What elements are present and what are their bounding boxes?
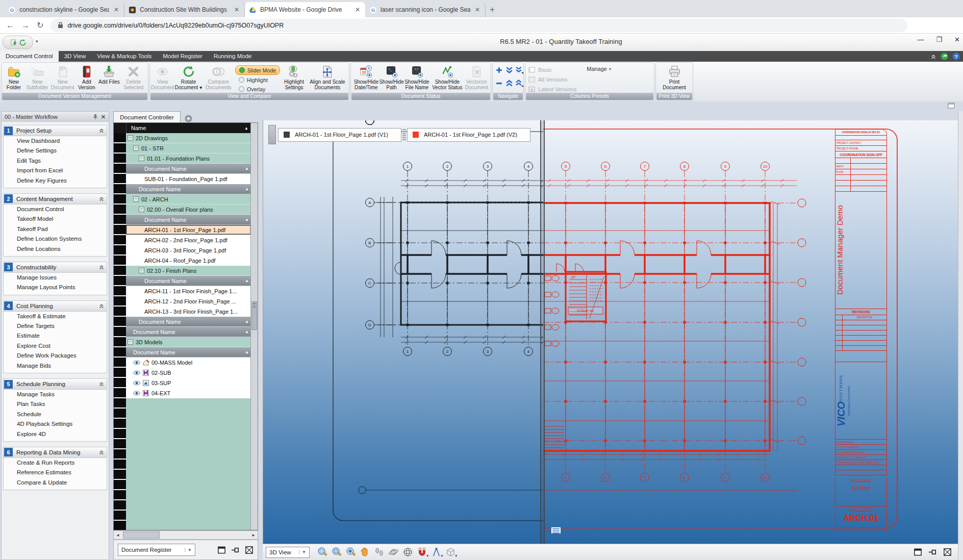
- workflow-item-takeoff-pad[interactable]: Takeoff Pad: [4, 224, 107, 234]
- browser-tab-4[interactable]: Glaser scanning icon - Google Sea✕: [365, 2, 486, 17]
- button-add-files[interactable]: Add Files: [98, 64, 120, 93]
- nav-chev-up-caret[interactable]: [516, 80, 525, 92]
- tree-header-row[interactable]: Document Name▲: [126, 327, 251, 337]
- collapse-icon[interactable]: −: [139, 207, 144, 212]
- workflow-item-define-settings[interactable]: Define Settings: [4, 146, 107, 156]
- nav-chev-down[interactable]: [505, 66, 515, 79]
- browser-tab-1[interactable]: Gconstruction skyline - Google Sea✕: [4, 2, 124, 17]
- menu-tab-running-mode[interactable]: Running Mode: [208, 51, 258, 62]
- win-icon[interactable]: [217, 546, 226, 554]
- mini-legend-icon[interactable]: [551, 527, 561, 534]
- tool-zoom-plus[interactable]: [344, 546, 357, 558]
- eye-small-icon[interactable]: [133, 370, 140, 375]
- dblup-icon[interactable]: [99, 450, 104, 455]
- button-highlight-settings[interactable]: Highlight Settings: [281, 64, 307, 93]
- workflow-item-4d-playback-settings[interactable]: 4D Playback Settings: [4, 419, 107, 429]
- address-bar[interactable]: drive.google.com/drive/u/0/folders/1AcUq…: [50, 19, 907, 32]
- nav-plus[interactable]: [495, 66, 504, 79]
- tree-item-row[interactable]: 02-SUB: [126, 368, 251, 378]
- workflow-item-manage-tasks[interactable]: Manage Tasks: [4, 390, 107, 399]
- workflow-section-header[interactable]: 3Constructability: [4, 262, 107, 273]
- dockpin-icon[interactable]: [231, 546, 240, 554]
- tool-walk[interactable]: [372, 546, 386, 558]
- browser-tab-2[interactable]: Construction Site With Buildings✕: [124, 2, 245, 17]
- tree-item-row[interactable]: ARCH-01 - 1st Floor_Page 1.pdf: [126, 225, 251, 235]
- tree-group-row[interactable]: −02 - ARCH: [126, 194, 251, 205]
- legend-grip[interactable]: [402, 129, 406, 141]
- workflow-item-plan-tasks[interactable]: Plan Tasks: [4, 399, 107, 409]
- workflow-item-view-dashboard[interactable]: View Dashboard: [4, 136, 107, 146]
- eye-small-icon[interactable]: [133, 380, 140, 386]
- workflow-item-reference-estimates[interactable]: Reference Estimates: [4, 468, 107, 477]
- workflow-item-manage-issues[interactable]: Manage Issues: [4, 273, 107, 283]
- quick-access-toolbar[interactable]: [3, 36, 33, 49]
- tree-group-row[interactable]: −02.10 - Finish Plans: [126, 266, 251, 276]
- workflow-item-manage-bids[interactable]: Manage Bids: [4, 361, 107, 371]
- tree-item-row[interactable]: ARCH-13 - 3rd Floor Finish_Page 1...: [126, 307, 251, 317]
- tab-close-icon[interactable]: ✕: [354, 6, 361, 13]
- scroll-right-icon[interactable]: ►: [249, 533, 258, 538]
- workflow-section-header[interactable]: 5Schedule Planning: [4, 379, 107, 390]
- collapse-icon[interactable]: −: [139, 268, 144, 273]
- tool-zoom-fit[interactable]: [315, 546, 328, 558]
- tree-item-row[interactable]: ARCH-04 - Roof_Page 1.pdf: [126, 256, 251, 266]
- tree-group-row[interactable]: −3D Models: [126, 337, 251, 347]
- tab-close-icon[interactable]: ✕: [233, 6, 240, 13]
- tree-item-row[interactable]: ARCH-03 - 3rd Floor_Page 1.pdf: [126, 245, 251, 256]
- pin-icon[interactable]: [93, 114, 98, 120]
- workflow-item-document-control[interactable]: Document Control: [4, 205, 107, 214]
- tool-examine[interactable]: [401, 546, 414, 558]
- tool-section-box[interactable]: ▾: [444, 546, 457, 558]
- restore-button[interactable]: ❐: [936, 36, 942, 43]
- workflow-item-explore-cost[interactable]: Explore Cost: [4, 341, 107, 351]
- workflow-item-takeoff-estimate[interactable]: Takeoff & Estimate: [4, 312, 107, 321]
- back-icon[interactable]: ←: [6, 21, 14, 30]
- nav-chev-up[interactable]: [505, 80, 515, 92]
- reload-icon[interactable]: ↻: [37, 20, 43, 30]
- workflow-item-define-work-packages[interactable]: Define Work Packages: [4, 351, 107, 361]
- menu-tab-model-register[interactable]: Model Register: [157, 51, 208, 62]
- drawing-canvas[interactable]: 12341234ABCD56789105678910STAIR #1UP ARC…: [263, 120, 958, 544]
- tool-magnet[interactable]: ▾: [415, 546, 428, 558]
- dblup-icon[interactable]: [99, 128, 104, 133]
- dblup-icon[interactable]: [99, 381, 104, 387]
- workflow-section-header[interactable]: 6Reporting & Data Mining: [4, 447, 107, 458]
- canvas-view-select[interactable]: 3D View ▼: [266, 547, 310, 558]
- workflow-item-estimate[interactable]: Estimate: [4, 331, 107, 341]
- tree-group-row[interactable]: −01 - STR: [126, 143, 251, 154]
- collapse-icon[interactable]: −: [128, 135, 133, 141]
- collapse-icon[interactable]: −: [133, 196, 139, 202]
- workflow-item-compare-update[interactable]: Compare & Update: [4, 478, 107, 488]
- tree-item-row[interactable]: SUB-01 - Foundation_Page 1.pdf: [126, 174, 251, 184]
- menu-tab-view-markup-tools[interactable]: View & Markup Tools: [91, 51, 157, 62]
- tree-item-row[interactable]: 04-EXT: [126, 388, 251, 398]
- forward-icon[interactable]: →: [21, 21, 30, 30]
- scroll-left-icon[interactable]: ◄: [114, 533, 122, 538]
- row-selector-gutter[interactable]: [114, 133, 126, 530]
- nav-chev-down-caret[interactable]: [516, 66, 525, 79]
- workflow-item-manage-layout-points[interactable]: Manage Layout Points: [4, 283, 107, 292]
- button-align-and-scale-documents[interactable]: Align and Scale Documents: [307, 64, 348, 93]
- minimize-button[interactable]: —: [917, 36, 924, 43]
- vertical-scrollbar-thumb[interactable]: [251, 301, 257, 330]
- dblup-icon[interactable]: [99, 303, 104, 309]
- tree-group-row[interactable]: −02.00 - Overall Floor plans: [126, 205, 251, 215]
- tree-item-row[interactable]: ARCH-12 - 2nd Floor Finish_Page ...: [126, 296, 251, 307]
- workflow-item-define-key-figures[interactable]: Define Key Figures: [4, 176, 107, 186]
- tree-group-row[interactable]: −01.01 - Foundation Plans: [126, 154, 251, 164]
- button-show-hide-date-time[interactable]: 12Show/Hide Date/Time: [352, 64, 381, 93]
- browser-tab-3[interactable]: BPMA Website - Google Drive✕: [245, 2, 365, 17]
- menu-tab-document-control[interactable]: Document Control: [0, 51, 59, 62]
- horizontal-scrollbar[interactable]: ◄ ►: [113, 530, 258, 540]
- xbox-icon[interactable]: [943, 548, 952, 556]
- workflow-item-edit-tags[interactable]: Edit Tags: [4, 156, 107, 166]
- tree-item-row[interactable]: ARCH-11 - 1st Floor Finish_Page 1...: [126, 286, 251, 296]
- workflow-item-takeoff-model[interactable]: Takeoff Model: [4, 214, 107, 224]
- eye-small-icon[interactable]: [133, 391, 140, 396]
- vertical-scrollbar[interactable]: [250, 123, 258, 530]
- tree-header-row[interactable]: Document Name▲: [126, 347, 251, 358]
- workflow-item-schedule[interactable]: Schedule: [4, 410, 107, 419]
- dblup-icon[interactable]: [99, 196, 104, 201]
- sync-icon[interactable]: [19, 39, 26, 46]
- tree-header-row[interactable]: Document Name▲: [126, 215, 251, 225]
